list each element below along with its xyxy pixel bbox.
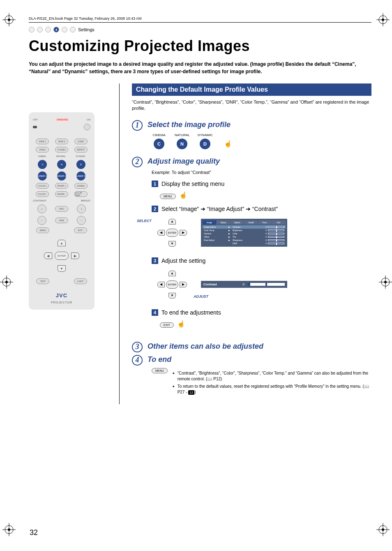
osd-right-item[interactable]: Sharpness0 bbox=[231, 238, 286, 242]
registered-note: “Contrast”, “Brightness”, “Color”, “Shar… bbox=[132, 99, 371, 112]
remote-bright-minus[interactable]: − bbox=[77, 216, 86, 225]
remote-illustration: OFFOPERATEON HDMI 1HDMI 2COMP. VIDEOS-VI… bbox=[29, 112, 95, 310]
step-1: 1 Select the image profile bbox=[132, 120, 371, 131]
dpad-down[interactable]: ▼ bbox=[168, 293, 176, 299]
remote-dpad-down[interactable]: ▼ bbox=[58, 265, 66, 272]
substep-4-badge: 4 bbox=[152, 309, 158, 316]
remote-user3-button[interactable]: USER 3 bbox=[76, 171, 85, 181]
dpad-down[interactable]: ▼ bbox=[168, 241, 176, 247]
remote-aspect-button[interactable]: ASPECT bbox=[74, 147, 88, 153]
dpad-up[interactable]: ▲ bbox=[168, 271, 176, 276]
dynamic-button[interactable]: D bbox=[200, 139, 210, 149]
adjust-label: ADJUST bbox=[194, 294, 208, 299]
osd-tab-info[interactable]: Info. bbox=[272, 220, 286, 225]
remote-dpad: ▲ ▼ ◀ ▶ ENTER bbox=[43, 237, 80, 274]
osd-tab-func[interactable]: Func. bbox=[258, 220, 272, 225]
natural-button[interactable]: N bbox=[177, 139, 187, 149]
osd-left-item[interactable]: Color Temp.▶ bbox=[203, 229, 231, 232]
remote-hdmi2-button[interactable]: HDMI 2 bbox=[55, 139, 68, 144]
remote-cinema-label: CINEMA bbox=[38, 155, 46, 157]
end-note-2: To return to the default values, reset t… bbox=[173, 384, 371, 395]
remote-user2-button[interactable]: USER 2 bbox=[57, 171, 66, 181]
step-3-title: Other items can also be adjusted bbox=[148, 342, 263, 351]
adjust-slider[interactable] bbox=[248, 283, 285, 286]
remote-hdmi1-button[interactable]: HDMI 1 bbox=[36, 139, 49, 144]
osd-right-item[interactable]: Color0 bbox=[231, 232, 286, 235]
remote-comp-button[interactable]: COMP. bbox=[74, 139, 88, 144]
cinema-label: CINEMA bbox=[152, 133, 166, 137]
osd-tab-install[interactable]: Install bbox=[244, 220, 258, 225]
remote-power-button[interactable] bbox=[84, 124, 90, 130]
remote-cinema-button[interactable]: C bbox=[38, 160, 47, 169]
osd-right-item[interactable]: Brightness0 bbox=[231, 229, 286, 232]
remote-menu-button[interactable]: MENU bbox=[36, 227, 49, 233]
remote-dpad-right[interactable]: ▶ bbox=[71, 252, 79, 259]
step-2-badge: 2 bbox=[132, 157, 143, 167]
osd-tab-option[interactable]: Option bbox=[231, 220, 244, 225]
remote-info-button[interactable]: INFO bbox=[55, 206, 68, 212]
remote-contrast-minus[interactable]: − bbox=[37, 216, 46, 225]
remote-brand: JVC bbox=[56, 292, 67, 299]
osd-tab-setup[interactable]: Setup bbox=[217, 220, 230, 225]
remote-light-button[interactable]: LIGHT bbox=[74, 278, 87, 284]
hand-cursor-icon: ☝ bbox=[224, 140, 232, 148]
remote-gamma-button[interactable]: GAMMA bbox=[74, 183, 88, 189]
substep-2-text: Select “Image” ➜ “Image Adjust” ➜ “Contr… bbox=[161, 206, 278, 212]
dpad-right[interactable]: ▶ bbox=[180, 282, 187, 287]
substep-2-badge: 2 bbox=[152, 206, 158, 212]
remote-hide-button[interactable]: HIDE bbox=[55, 218, 68, 223]
intro-text: You can adjust the projected image to a … bbox=[29, 60, 371, 75]
osd-right-item[interactable]: Contrast0 bbox=[231, 225, 286, 229]
menu-button-icon[interactable]: MENU bbox=[160, 194, 176, 199]
osd-right-item[interactable]: Tint0 bbox=[231, 235, 286, 238]
osd-left-item[interactable]: Offset▶ bbox=[203, 235, 231, 238]
remote-sharpm-button[interactable]: SHARP − bbox=[55, 191, 68, 197]
remote-test-button[interactable]: TEST bbox=[36, 278, 49, 284]
remote-dynamic-button[interactable]: D bbox=[76, 160, 85, 169]
remote-natural-button[interactable]: N bbox=[57, 160, 66, 169]
remote-contrast-label: CONTRAST bbox=[33, 199, 46, 202]
remote-dynamic-label: DYNAMIC bbox=[76, 155, 85, 157]
step-3: 3 Other items can also be adjusted bbox=[132, 342, 371, 352]
osd-menu: Image Setup Option Install Func. Info. I… bbox=[201, 219, 287, 247]
remote-dpad-left[interactable]: ◀ bbox=[44, 252, 52, 259]
enter-button[interactable]: ENTER bbox=[166, 229, 178, 237]
nav-dot bbox=[45, 27, 51, 32]
ref-badge: 12 bbox=[188, 390, 194, 395]
remote-video-button[interactable]: VIDEO bbox=[36, 147, 49, 153]
remote-colortemp-button[interactable]: COLOR TEMP bbox=[74, 191, 88, 197]
exit-button-icon[interactable]: EXIT bbox=[160, 322, 174, 328]
cinema-button[interactable]: C bbox=[154, 139, 164, 149]
remote-exit-button[interactable]: EXIT bbox=[74, 227, 87, 233]
dpad-up[interactable]: ▲ bbox=[168, 219, 176, 225]
step-4: 4 To end bbox=[132, 355, 371, 366]
osd-left-item[interactable]: Gamma▶ bbox=[203, 232, 231, 235]
dpad-right[interactable]: ▶ bbox=[180, 230, 187, 236]
select-label: SELECT bbox=[137, 219, 152, 223]
osd-tab-image[interactable]: Image bbox=[203, 220, 216, 225]
hand-cursor-icon: ☝ bbox=[177, 320, 185, 328]
page-number: 32 bbox=[30, 528, 38, 537]
remote-user1-button[interactable]: USER 1 bbox=[38, 171, 47, 181]
remote-on-label: ON bbox=[87, 118, 90, 121]
remote-svideo-button[interactable]: S-VIDEO bbox=[55, 147, 68, 153]
nav-label: Settings bbox=[78, 27, 95, 32]
remote-bright-plus[interactable]: + bbox=[77, 204, 86, 213]
osd-right-item[interactable]: DNR0 bbox=[231, 242, 286, 245]
enter-button[interactable]: ENTER bbox=[166, 280, 178, 289]
dpad-left[interactable]: ◀ bbox=[157, 230, 165, 236]
breadcrumb-nav: 4 Settings bbox=[29, 27, 371, 32]
remote-sharpp-button[interactable]: SHARP + bbox=[55, 183, 68, 189]
remote-contrast-plus[interactable]: + bbox=[37, 204, 46, 213]
dpad-left[interactable]: ◀ bbox=[157, 282, 165, 287]
remote-dpad-up[interactable]: ▲ bbox=[58, 240, 66, 246]
osd-left-item[interactable]: Image Adjust▶ bbox=[203, 225, 231, 229]
remote-colorp-button[interactable]: COLOR + bbox=[36, 183, 49, 189]
remote-enter-button[interactable]: ENTER bbox=[55, 252, 69, 260]
remote-colorm-button[interactable]: COLOR − bbox=[36, 191, 49, 197]
remote-off-label: OFF bbox=[33, 118, 38, 121]
osd-left-item[interactable]: Pixel Adjust▶ bbox=[203, 238, 231, 242]
remote-sublabel: PROJECTOR bbox=[51, 301, 72, 304]
natural-label: NATURAL bbox=[175, 133, 189, 137]
menu-button-icon[interactable]: MENU bbox=[152, 368, 168, 373]
